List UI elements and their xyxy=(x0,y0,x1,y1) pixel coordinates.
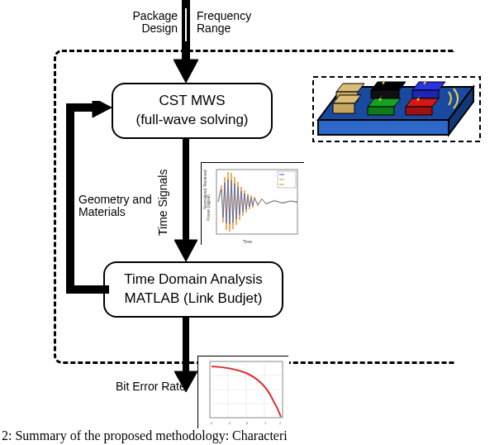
svg-text:Power (signal): Power (signal) xyxy=(206,194,211,221)
svg-marker-14 xyxy=(368,107,394,115)
svg-marker-4 xyxy=(318,120,449,135)
matlab-block: Time Domain Analysis MATLAB (Link Budjet… xyxy=(103,261,283,318)
svg-marker-10 xyxy=(333,103,354,113)
matlab-line2: MATLAB (Link Budjet) xyxy=(125,289,263,309)
middle-arrow xyxy=(174,139,197,263)
svg-marker-30 xyxy=(93,101,112,117)
svg-marker-1 xyxy=(174,60,198,83)
svg-marker-20 xyxy=(174,240,197,261)
output-label: Bit Error Rate xyxy=(116,380,186,393)
svg-marker-11 xyxy=(371,82,406,90)
cst-mws-line1: CST MWS xyxy=(159,92,226,111)
input-right-label: Frequency Range xyxy=(197,10,263,36)
matlab-line1: Time Domain Analysis xyxy=(124,270,263,289)
cst-mws-line2: (full-wave solving) xyxy=(136,111,248,130)
feedback-label: Geometry and Materials xyxy=(78,194,169,219)
package-3d-illustration xyxy=(308,45,482,153)
time-signal-chart: Normalized Received Power (signal) Time xyxy=(201,162,304,245)
svg-rect-33 xyxy=(198,356,289,429)
svg-marker-16 xyxy=(412,90,439,98)
ber-chart: -2 -1 0 1 2 xyxy=(197,356,288,428)
svg-text:Time: Time xyxy=(243,239,252,244)
svg-marker-18 xyxy=(406,107,432,115)
diagram-canvas: Package Design Frequency Range CST MWS (… xyxy=(0,0,504,445)
cst-mws-block: CST MWS (full-wave solving) xyxy=(112,83,273,139)
svg-marker-12 xyxy=(371,90,399,98)
input-split xyxy=(182,8,190,41)
footer-caption: 2: Summary of the proposed methodology: … xyxy=(2,428,288,443)
input-left-label: Package Design xyxy=(128,10,178,36)
